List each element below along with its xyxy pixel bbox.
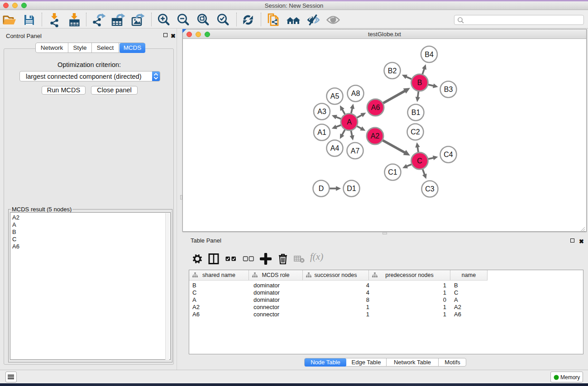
svg-text:A6: A6 [371,104,380,111]
svg-text:A8: A8 [351,90,360,97]
svg-text:B4: B4 [425,51,434,58]
svg-text:C: C [417,157,422,165]
svg-text:A2: A2 [371,132,380,140]
svg-text:A4: A4 [330,144,339,152]
svg-text:C4: C4 [444,151,453,158]
svg-text:C1: C1 [388,168,397,176]
svg-text:B2: B2 [388,67,397,75]
svg-text:C3: C3 [425,185,435,193]
svg-text:B: B [417,79,422,86]
svg-text:A5: A5 [330,92,339,100]
svg-text:C2: C2 [411,128,420,136]
svg-text:A3: A3 [317,108,326,115]
svg-text:B1: B1 [411,109,421,116]
svg-text:B3: B3 [444,86,453,93]
svg-text:A: A [347,118,352,126]
svg-text:A7: A7 [351,147,360,155]
svg-text:D: D [319,185,324,192]
svg-text:A1: A1 [317,129,326,136]
svg-text:D1: D1 [347,185,356,192]
